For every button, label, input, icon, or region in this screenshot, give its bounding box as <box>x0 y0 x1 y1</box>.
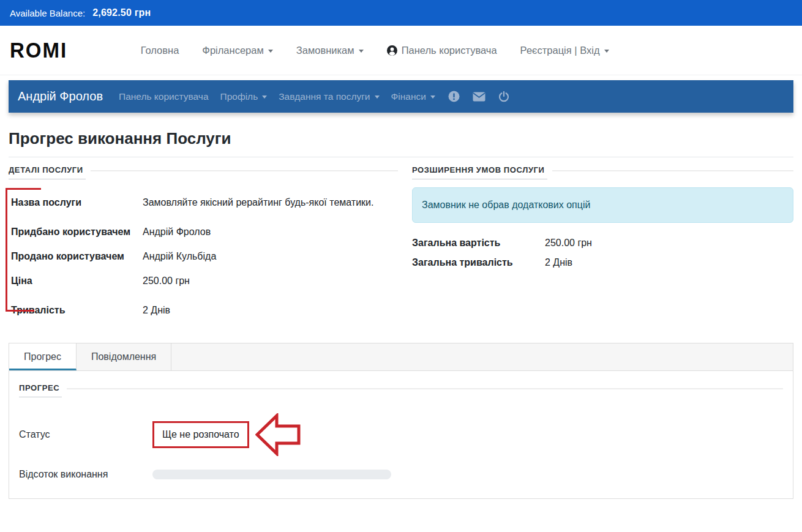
total-duration-value: 2 Днів <box>545 255 572 270</box>
balance-value: 2,692.50 грн <box>92 7 151 18</box>
detail-row: Продано користувачем Андрій Кульбіда <box>11 249 398 264</box>
chevron-down-icon <box>375 96 380 99</box>
percent-row: Відсоток виконання <box>19 469 783 480</box>
total-duration-label: Загальна тривалість <box>412 255 545 270</box>
detail-label: Ціна <box>11 274 143 288</box>
status-row: Статус Ще не розпочато <box>19 413 783 456</box>
nav-freelancers[interactable]: Фрілансерам <box>202 45 272 56</box>
tabs-section: Прогрес Повідомлення ПРОГРЕС Статус Ще н… <box>9 343 793 499</box>
detail-label: Тривалість <box>11 303 143 318</box>
progress-bar <box>152 470 391 479</box>
main-nav: Головна Фрілансерам Замовникам Панель ко… <box>141 45 719 56</box>
detail-row: Назва послуги Замовляйте якісний рерайти… <box>11 195 398 210</box>
detail-row: Тривалість 2 Днів <box>11 303 398 318</box>
total-cost-label: Загальна вартість <box>412 236 545 250</box>
detail-value: Замовляйте якісний рерайтинг будь-якої т… <box>143 195 398 210</box>
detail-value: 2 Днів <box>143 303 398 318</box>
tab-strip: Прогрес Повідомлення <box>9 343 793 371</box>
nav-home[interactable]: Головна <box>141 45 179 56</box>
detail-label: Продано користувачем <box>11 249 143 264</box>
tab-progress[interactable]: Прогрес <box>9 343 77 370</box>
usernav-finances[interactable]: Фінанси <box>391 91 435 102</box>
power-icon[interactable] <box>498 91 509 102</box>
balance-label: Available Balance: <box>10 8 85 18</box>
page-content: Прогрес виконання Послуги ДЕТАЛІ ПОСЛУГИ… <box>0 129 802 499</box>
user-nav-links: Панель користувача Профіль Завдання та п… <box>119 91 509 102</box>
chevron-down-icon <box>268 50 273 53</box>
service-details-section: ДЕТАЛІ ПОСЛУГИ Назва послуги Замовляйте … <box>9 165 398 318</box>
detail-value: Андрій Фролов <box>143 225 398 239</box>
detail-value: 250.00 грн <box>143 274 398 288</box>
detail-value: Андрій Кульбіда <box>143 249 398 264</box>
user-navbar: Андрій Фролов Панель користувача Профіль… <box>9 80 793 113</box>
user-icon <box>387 45 397 56</box>
detail-row: Ціна 250.00 грн <box>11 274 398 288</box>
usernav-profile[interactable]: Профіль <box>220 91 268 102</box>
red-arrow-annotation <box>255 413 301 456</box>
progress-tab-panel: ПРОГРЕС Статус Ще не розпочато Відсоток … <box>9 371 793 499</box>
chevron-down-icon <box>359 50 364 53</box>
chevron-down-icon <box>430 96 435 99</box>
detail-label: Придбано користувачем <box>11 225 143 239</box>
status-value: Ще не розпочато <box>152 421 249 448</box>
detail-row: Придбано користувачем Андрій Фролов <box>11 225 398 239</box>
status-label: Статус <box>19 429 152 440</box>
details-rows: Назва послуги Замовляйте якісний рерайти… <box>9 195 398 318</box>
total-duration-row: Загальна тривалість 2 Днів <box>412 255 793 270</box>
alert-circle-icon[interactable] <box>448 91 460 102</box>
total-cost-row: Загальна вартість 250.00 грн <box>412 236 793 250</box>
page-title: Прогрес виконання Послуги <box>9 129 793 148</box>
romi-logo[interactable]: ROMI <box>10 38 67 62</box>
envelope-icon[interactable] <box>473 92 485 102</box>
usernav-tasks-services[interactable]: Завдання та послуги <box>279 91 379 102</box>
nav-register-login[interactable]: Реєстрація | Вхід <box>520 45 609 56</box>
extensions-heading: РОЗШИРЕННЯ УМОВ ПОСЛУГИ <box>412 165 793 179</box>
extensions-rows: Загальна вартість 250.00 грн Загальна тр… <box>412 236 793 270</box>
nav-user-panel[interactable]: Панель користувача <box>387 45 497 56</box>
balance-bar: Available Balance: 2,692.50 грн <box>0 0 802 26</box>
no-options-notice: Замовник не обрав додаткових опцій <box>412 187 793 223</box>
site-header: ROMI Головна Фрілансерам Замовникам Пане… <box>0 26 802 75</box>
user-name[interactable]: Андрій Фролов <box>18 89 103 103</box>
percent-label: Відсоток виконання <box>19 469 152 480</box>
title-divider <box>9 157 793 157</box>
usernav-dashboard[interactable]: Панель користувача <box>119 91 209 102</box>
chevron-down-icon <box>262 96 267 99</box>
service-extensions-section: РОЗШИРЕННЯ УМОВ ПОСЛУГИ Замовник не обра… <box>412 165 793 275</box>
nav-clients[interactable]: Замовникам <box>296 45 364 56</box>
progress-heading: ПРОГРЕС <box>19 383 783 397</box>
chevron-down-icon <box>604 50 609 53</box>
total-cost-value: 250.00 грн <box>545 236 592 250</box>
tab-messages[interactable]: Повідомлення <box>77 343 171 370</box>
details-heading: ДЕТАЛІ ПОСЛУГИ <box>9 165 398 179</box>
detail-label: Назва послуги <box>11 195 143 210</box>
